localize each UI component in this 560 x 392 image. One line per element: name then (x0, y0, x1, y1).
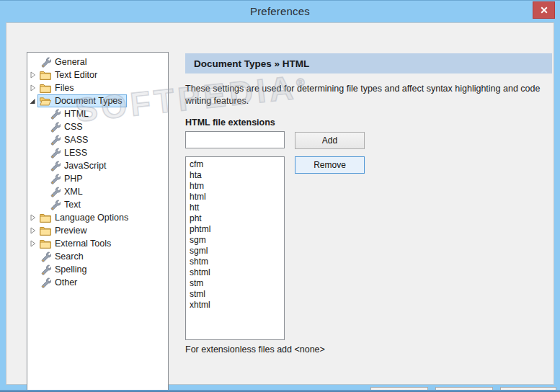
wrench-icon (40, 251, 51, 262)
extension-item-hta[interactable]: hta (186, 170, 284, 181)
folder-icon (40, 84, 51, 93)
close-icon (541, 4, 548, 17)
sidebar-item-label: Spelling (55, 264, 86, 275)
collapse-icon[interactable] (29, 97, 37, 105)
cancel-button[interactable]: Cancel (435, 387, 493, 392)
sidebar-item-label: External Tools (55, 239, 111, 249)
expand-icon[interactable] (29, 213, 37, 222)
extension-item-pht[interactable]: pht (186, 213, 284, 224)
tree-row-content: XML (47, 185, 87, 198)
extension-item-shtml[interactable]: shtml (186, 267, 284, 278)
sidebar-item-text-editor[interactable]: Text Editor (27, 68, 168, 81)
sidebar-item-label: Text Editor (55, 70, 97, 80)
wrench-icon (40, 277, 51, 288)
tree-row-content: LESS (47, 146, 92, 159)
wrench-icon (40, 57, 51, 68)
remove-button[interactable]: Remove (295, 156, 365, 174)
extension-item-stml[interactable]: stml (186, 289, 284, 300)
tree-row-content: SASS (47, 133, 92, 146)
wrench-icon (49, 109, 61, 120)
sidebar-item-label: Text (64, 200, 81, 210)
tree-row-content: CSS (47, 120, 87, 133)
expand-icon[interactable] (29, 71, 37, 79)
sidebar-item-external-tools[interactable]: External Tools (27, 237, 168, 250)
sidebar-item-sass[interactable]: SASS (27, 133, 168, 146)
section-description: These settings are used for determining … (185, 83, 554, 107)
add-button[interactable]: Add (295, 132, 365, 149)
tree-row-content: Files (37, 81, 78, 94)
sidebar-item-label: HTML (64, 109, 89, 119)
close-button[interactable] (533, 1, 555, 19)
expand-icon[interactable] (29, 226, 37, 235)
wrench-icon (49, 122, 61, 133)
sidebar-item-label: General (55, 57, 86, 67)
folder-icon (40, 226, 51, 236)
sidebar-item-label: LESS (64, 148, 87, 158)
sidebar-item-other[interactable]: Other (27, 276, 168, 289)
extension-item-cfm[interactable]: cfm (186, 159, 284, 170)
extension-item-xhtml[interactable]: xhtml (186, 300, 284, 311)
extension-item-html[interactable]: html (186, 192, 284, 202)
sidebar-item-text[interactable]: Text (27, 198, 168, 211)
sidebar-item-search[interactable]: Search (27, 250, 168, 263)
extensions-listbox[interactable]: cfmhtahtmhtmlhttphtphtmlsgmsgmlshtmshtml… (185, 156, 285, 340)
sidebar-item-label: Preview (55, 226, 86, 236)
tree-row-content: Other (37, 276, 81, 289)
folder-icon (40, 239, 51, 249)
wrench-icon (49, 200, 61, 210)
sidebar-item-language-options[interactable]: Language Options (27, 211, 168, 224)
sidebar-item-files[interactable]: Files (27, 81, 168, 94)
tree-row-content: Search (37, 250, 88, 263)
section-title: Document Types » HTML (185, 58, 309, 69)
sidebar-item-label: XML (64, 187, 83, 197)
sidebar-item-spelling[interactable]: Spelling (27, 263, 168, 276)
section-header-band: Document Types » HTML (185, 53, 552, 74)
sidebar-item-general[interactable]: General (27, 55, 168, 68)
expand-icon[interactable] (29, 84, 37, 92)
tree-row-content: Language Options (37, 211, 133, 224)
extensions-footnote: For extensionless files add <none> (185, 344, 325, 355)
ok-button[interactable]: OK (370, 387, 428, 392)
tree-row-content: JavaScript (47, 159, 110, 172)
titlebar[interactable]: Preferences (0, 1, 560, 22)
wrench-icon (49, 174, 61, 184)
sidebar-item-less[interactable]: LESS (27, 146, 168, 159)
folder-icon (40, 97, 51, 106)
sidebar-item-xml[interactable]: XML (27, 185, 168, 198)
extension-item-stm[interactable]: stm (186, 278, 284, 289)
sidebar-item-javascript[interactable]: JavaScript (27, 159, 168, 172)
tree-row-content: Spelling (37, 263, 91, 276)
tree-row-content: HTML (47, 107, 93, 120)
apply-button[interactable]: Apply (500, 387, 556, 392)
extension-item-sgm[interactable]: sgm (186, 235, 284, 246)
wrench-icon (49, 187, 61, 197)
expand-icon[interactable] (29, 239, 37, 248)
sidebar-item-label: CSS (64, 122, 83, 132)
tree-row-content: Text (47, 198, 85, 211)
wrench-icon (49, 161, 61, 172)
sidebar-item-preview[interactable]: Preview (27, 224, 168, 237)
extension-item-phtml[interactable]: phtml (186, 224, 284, 235)
sidebar-item-document-types[interactable]: Document Types (27, 94, 168, 107)
wrench-icon (49, 148, 61, 159)
tree-row-content: PHP (47, 172, 87, 185)
sidebar-item-css[interactable]: CSS (27, 120, 168, 133)
wrench-icon (49, 135, 61, 146)
extension-item-sgml[interactable]: sgml (186, 246, 284, 257)
category-tree[interactable]: GeneralText EditorFilesDocument TypesHTM… (27, 52, 169, 392)
tree-row-content: Preview (37, 224, 91, 237)
sidebar-item-php[interactable]: PHP (27, 172, 168, 185)
extension-item-htm[interactable]: htm (186, 181, 284, 192)
folder-icon (40, 213, 51, 223)
extension-input[interactable] (185, 131, 285, 148)
sidebar-item-label: JavaScript (64, 161, 106, 171)
extension-item-htt[interactable]: htt (186, 202, 284, 213)
sidebar-item-label: Files (55, 83, 74, 93)
extension-item-shtm[interactable]: shtm (186, 257, 284, 267)
tree-row-content: Document Types (37, 94, 127, 107)
sidebar-item-label: Language Options (55, 213, 128, 223)
sidebar-item-label: PHP (64, 174, 83, 184)
preferences-window: Preferences GeneralText EditorFilesDocum… (0, 0, 560, 392)
tree-row-content: General (37, 55, 91, 68)
sidebar-item-html[interactable]: HTML (27, 107, 168, 120)
